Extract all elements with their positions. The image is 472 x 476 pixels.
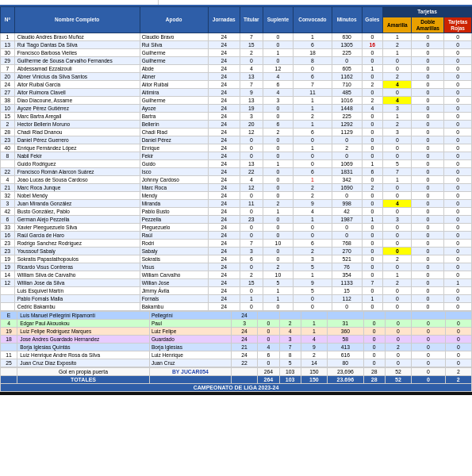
row-convocado: 4 <box>301 336 327 344</box>
row-convocado: 0 <box>294 136 332 144</box>
tot-label: TOTALES <box>17 376 150 384</box>
row-jornadas: 24 <box>208 295 240 303</box>
row-jornadas: 24 <box>208 49 240 57</box>
row-doble-amarilla: 0 <box>412 168 444 176</box>
row-num: 10 <box>1 105 15 113</box>
row-nombre: Juan Cruz Diaz Exposito <box>17 359 150 367</box>
row-nombre: Chadi Riad Dnanou <box>14 129 140 136</box>
row-num <box>1 160 15 168</box>
row-suplente: 6 <box>263 121 293 129</box>
row-doble-amarilla: 0 <box>412 73 444 81</box>
row-tarjetas-amarillas: 0 <box>385 336 411 344</box>
row-nombre: Xavier Pleeguezuelo Silva <box>14 224 140 232</box>
row-titular: 0 <box>240 152 263 160</box>
table-row: 11Luiz Henrique Andre Rosa da SilvaLuiz … <box>1 351 472 359</box>
row-tarjetas-amarillas: 1 <box>383 33 412 41</box>
table-row: 4Joao Lucas de Sousa CardosoJohnny Cardo… <box>1 176 472 184</box>
row-num: 19 <box>1 263 15 271</box>
row-convocado: 7 <box>294 81 332 89</box>
table-row: 8Nabil FekirFekir2400000000 <box>1 152 472 160</box>
row-convocado: 0 <box>294 65 332 73</box>
gol-row: Gol en propia puertaBY JUCAR054264103150… <box>1 368 472 376</box>
row-titular: 7 <box>240 240 263 248</box>
row-apodo: Guilherme <box>140 49 208 57</box>
row-apodo: Isco <box>140 168 208 176</box>
row-convocado: 14 <box>301 359 327 367</box>
row-nombre: Nobel Mendy <box>14 192 140 200</box>
row-num: 4 <box>1 320 17 328</box>
row-jornadas: 24 <box>208 192 240 200</box>
row-titular: 19 <box>240 105 263 113</box>
row-suplente: 6 <box>263 81 293 89</box>
row-jornadas: 24 <box>208 271 240 279</box>
row-tarjeta-roja: 0 <box>444 105 472 113</box>
row-num: 38 <box>1 97 15 105</box>
row-apodo: Bartra <box>140 113 208 121</box>
row-jornadas: 24 <box>208 248 240 255</box>
row-minutos: 58 <box>328 336 363 344</box>
row-goles: 0 <box>362 33 383 41</box>
tot-dob: 0 <box>412 376 445 384</box>
table-row: 42Busto González, PabloPablo Busto240144… <box>1 208 472 216</box>
row-doble-amarilla <box>412 312 445 320</box>
row-convocado: 9 <box>294 279 332 287</box>
row-convocado: 0 <box>294 232 332 240</box>
row-suplente: 1 <box>263 208 293 216</box>
row-suplente: 0 <box>263 232 293 240</box>
row-suplente <box>279 312 301 320</box>
row-tarjetas-amarillas: 1 <box>383 271 412 279</box>
row-titular: 23 <box>240 216 263 224</box>
row-goles: 0 <box>362 121 383 129</box>
row-tarjeta-roja: 0 <box>444 73 472 81</box>
tot-num <box>1 376 17 384</box>
col-roj: Tarjetas Rojas <box>444 17 472 33</box>
row-tarjeta-roja: 0 <box>445 320 471 328</box>
row-minutos: 112 <box>332 295 362 303</box>
row-num <box>1 344 17 351</box>
row-suplente: 0 <box>263 224 293 232</box>
row-suplente: 0 <box>263 105 293 113</box>
row-goles: 0 <box>363 344 385 351</box>
table-row: 12Willian Jose da SilvaWillian Jose24155… <box>1 279 472 287</box>
row-goles: 0 <box>362 232 383 240</box>
row-doble-amarilla: 0 <box>412 152 444 160</box>
row-tarjetas-amarillas: 5 <box>383 160 412 168</box>
row-num <box>1 295 15 303</box>
row-doble-amarilla: 0 <box>412 113 444 121</box>
row-suplente: 3 <box>263 97 293 105</box>
row-doble-amarilla: 0 <box>412 144 444 152</box>
row-minutos: 225 <box>332 49 362 57</box>
row-titular: 11 <box>240 200 263 208</box>
row-minutos: 0 <box>332 136 362 144</box>
row-minutos: 1305 <box>332 41 362 49</box>
row-gol-jorn <box>231 368 257 376</box>
row-minutos: 0 <box>332 152 362 160</box>
row-num: 2 <box>1 121 15 129</box>
row-convocado: 11 <box>294 89 332 97</box>
row-jornadas: 24 <box>208 287 240 295</box>
row-jornadas: 24 <box>231 328 257 336</box>
table-row: 13Rui Tiago Dantas Da SilvaRui Silva2415… <box>1 41 472 49</box>
row-suplente: 12 <box>263 65 293 73</box>
row-gol-sup: 103 <box>279 368 301 376</box>
row-num: 3 <box>1 200 15 208</box>
tot-jorn <box>231 376 257 384</box>
row-suplente: 1 <box>263 287 293 295</box>
row-doble-amarilla: 0 <box>412 89 444 97</box>
row-tarjetas-amarillas: 2 <box>383 73 412 81</box>
row-apodo: Sabaly <box>140 248 208 255</box>
row-tarjetas-amarillas: 2 <box>385 344 411 351</box>
table-row: 15Marc Bartra AregallBartra243022250100 <box>1 113 472 121</box>
row-titular: 0 <box>240 287 263 295</box>
row-jornadas: 24 <box>208 144 240 152</box>
row-doble-amarilla: 0 <box>412 351 445 359</box>
row-jornadas: 24 <box>208 113 240 121</box>
row-jornadas: 21 <box>231 344 257 351</box>
row-num: 1 <box>1 33 15 41</box>
row-num: 30 <box>1 49 15 57</box>
row-tarjetas-amarillas: 2 <box>383 279 412 287</box>
row-apodo: Daniel Pérez <box>140 136 208 144</box>
row-goles: 0 <box>362 129 383 136</box>
row-titular: 20 <box>240 121 263 129</box>
row-tarjeta-roja: 0 <box>444 41 472 49</box>
